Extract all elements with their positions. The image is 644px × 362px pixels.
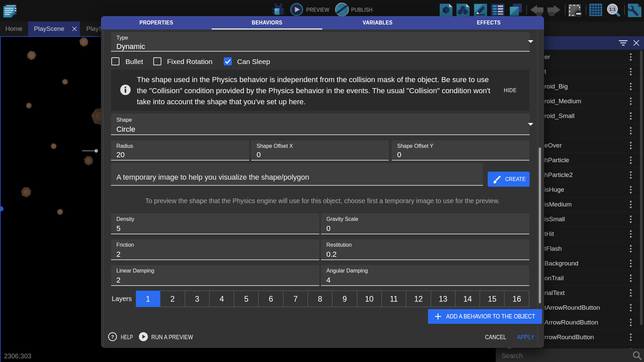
svg-text:1:1: 1:1 (609, 7, 616, 12)
svg-text:?: ? (111, 334, 114, 340)
